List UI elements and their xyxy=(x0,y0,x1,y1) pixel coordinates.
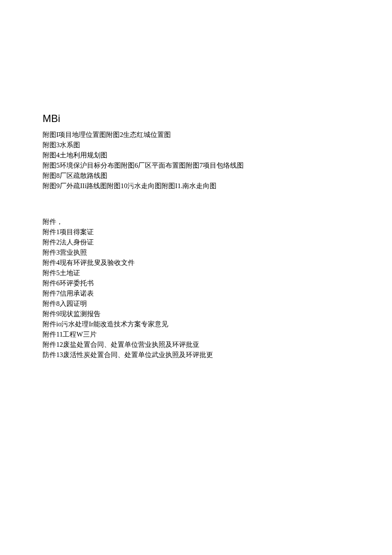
attachment-line: 附件1项目得案证 xyxy=(43,227,349,237)
figures-list: 附图I项目地理位置图附图2生态红城位置图 附图3水系图 附图4土地利用规划图 附… xyxy=(43,130,349,191)
attachments-list: 附件1项目得案证 附件2法人身份证 附件3营业执照 附件4现有环评批叟及验收文件… xyxy=(43,227,349,360)
attachment-line: 防件13废活性炭处置合同、处置单位武业执照及环评批更 xyxy=(43,350,349,360)
figure-line: 附图8厂区疏散路线图 xyxy=(43,171,349,181)
attachments-header: 附件， xyxy=(43,217,349,227)
attachment-line: 附件8入园证明 xyxy=(43,299,349,309)
figure-line: 附图4土地利用规划图 xyxy=(43,150,349,160)
attachment-line: 附件2法人身份证 xyxy=(43,237,349,247)
attachment-line: 附件3营业执照 xyxy=(43,247,349,258)
figure-line: 附图9厂外疏IIi路线图附图10污水走向图附图I1.南水走向图 xyxy=(43,181,349,191)
figure-line: 附图I项目地理位置图附图2生态红城位置图 xyxy=(43,130,349,140)
figure-line: 附图5环境保沪目标分布图附图6厂区平面布置图附图7项目包络线图 xyxy=(43,160,349,171)
attachment-line: 附件4现有环评批叟及验收文件 xyxy=(43,258,349,268)
attachment-line: 附件11工程W三片 xyxy=(43,329,349,340)
attachment-line: 附件io污水处理Ir能改造技术方案专家意见 xyxy=(43,319,349,329)
section-spacer xyxy=(43,191,349,217)
page-heading: MBi xyxy=(43,111,349,126)
document-page: MBi 附图I项目地理位置图附图2生态红城位置图 附图3水系图 附图4土地利用规… xyxy=(0,0,392,555)
attachment-line: 附件12废盐处置合同、处置单位营业执照及环评批亚 xyxy=(43,340,349,350)
figure-line: 附图3水系图 xyxy=(43,140,349,150)
attachment-line: 附件6环评委托书 xyxy=(43,278,349,288)
attachment-line: 附件7信用承诺表 xyxy=(43,288,349,299)
attachment-line: 附件5土地证 xyxy=(43,268,349,278)
attachment-line: 附件9现状监测报告 xyxy=(43,309,349,319)
